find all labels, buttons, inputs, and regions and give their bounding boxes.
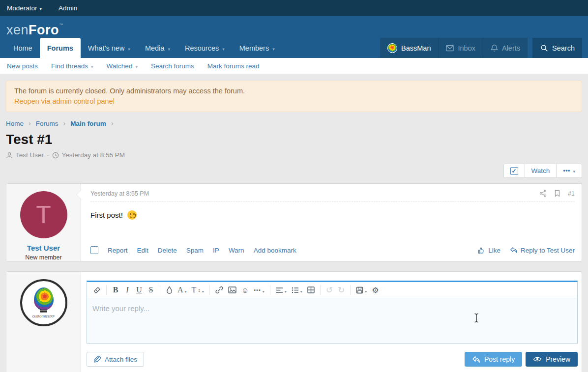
avatar[interactable]: T (20, 191, 67, 238)
italic-button[interactable]: I (121, 284, 133, 296)
redo-icon: ↻ (338, 285, 345, 295)
subnav-new-posts[interactable]: New posts (7, 62, 38, 70)
watch-button[interactable]: Watch (525, 164, 557, 178)
chevron-down-icon (222, 44, 225, 52)
list-button[interactable] (289, 284, 305, 296)
insert-link-button[interactable] (213, 284, 226, 296)
tab-resources[interactable]: Resources (177, 38, 232, 58)
breadcrumb-forums[interactable]: Forums (36, 120, 59, 127)
italic-icon: I (126, 286, 128, 294)
insert-table-button[interactable] (305, 284, 317, 296)
font-size-icon: T (192, 286, 197, 294)
main-navigation: Home Forums What's new Media Resources M… (0, 38, 588, 58)
bold-icon: B (113, 286, 118, 294)
share-icon[interactable] (539, 190, 547, 197)
remove-formatting-button[interactable] (90, 284, 103, 296)
bold-button[interactable]: B (110, 284, 121, 296)
tab-home[interactable]: Home (6, 38, 40, 58)
tab-media[interactable]: Media (138, 38, 177, 58)
admin-link[interactable]: Admin (59, 4, 77, 12)
floppy-save-icon (356, 286, 363, 294)
text-color-button[interactable] (163, 284, 175, 296)
report-link[interactable]: Report (108, 247, 128, 254)
like-button[interactable]: Like (478, 247, 500, 254)
tab-members[interactable]: Members (232, 38, 282, 58)
post-reply-button[interactable]: Post reply (465, 352, 522, 367)
like-label: Like (488, 247, 500, 254)
underline-icon: U (136, 286, 142, 294)
edit-link[interactable]: Edit (137, 247, 148, 254)
avatar[interactable]: customizeXF (20, 279, 67, 326)
table-icon (307, 286, 315, 293)
text-cursor (473, 313, 479, 323)
subnav-watched[interactable]: Watched (107, 62, 138, 70)
xenforo-logo[interactable]: xenForo (6, 23, 63, 38)
select-posts-button[interactable] (503, 164, 525, 178)
thread-tools: Watch ••• (6, 164, 582, 178)
alerts-label: Alerts (502, 44, 520, 52)
tab-forums[interactable]: Forums (40, 38, 81, 58)
thread-date-link[interactable]: Yesterday at 8:55 PM (62, 151, 125, 159)
subnav-search-forums[interactable]: Search forums (151, 62, 194, 70)
insert-image-button[interactable] (226, 284, 239, 296)
chevron-down-icon (285, 286, 287, 294)
delete-link[interactable]: Delete (158, 247, 177, 254)
undo-button[interactable]: ↺ (323, 284, 335, 296)
reopen-admin-link[interactable]: Reopen via admin control panel (14, 96, 115, 107)
redo-button[interactable]: ↻ (335, 284, 347, 296)
add-bookmark-link[interactable]: Add bookmark (254, 247, 296, 254)
tab-whats-new[interactable]: What's new (81, 38, 138, 58)
reply-avatar-label: customizeXF (32, 314, 55, 318)
post-number-link[interactable]: #1 (568, 190, 575, 197)
strikethrough-button[interactable]: S (145, 284, 157, 296)
bookmark-icon[interactable] (554, 190, 560, 197)
post-item: T Test User New member Yesterday at 8:55… (6, 183, 582, 261)
preview-button[interactable]: Preview (526, 352, 578, 367)
account-menu[interactable]: BassMan (380, 38, 438, 58)
post-text: First post! (90, 211, 123, 219)
more-options-button[interactable]: ••• (557, 164, 582, 178)
reply-placeholder: Write your reply... (92, 304, 149, 313)
alerts-button[interactable]: Alerts (483, 38, 528, 58)
attach-files-button[interactable]: Attach files (87, 352, 144, 367)
spam-link[interactable]: Spam (186, 247, 204, 254)
sub-navigation: New posts Find threads Watched Search fo… (0, 58, 588, 74)
ip-link[interactable]: IP (213, 247, 219, 254)
reply-author-column: customizeXF (6, 272, 81, 372)
underline-button[interactable]: U (133, 284, 145, 296)
tab-forums-label: Forums (47, 44, 73, 52)
post-body: First post! (90, 202, 575, 242)
post-author-title: New member (25, 254, 61, 261)
more-formatting-button[interactable]: ••• (251, 284, 267, 296)
post-author-name[interactable]: Test User (27, 244, 60, 252)
inbox-button[interactable]: Inbox (438, 38, 482, 58)
reply-arrow-icon (472, 356, 480, 363)
reply-editor[interactable]: Write your reply... (87, 298, 577, 343)
editor-toolbar: B I U S A T ↕ (87, 282, 577, 298)
breadcrumb-separator-icon: › (111, 119, 114, 127)
insert-emoji-button[interactable]: ☺ (239, 284, 251, 296)
post-date-link[interactable]: Yesterday at 8:55 PM (90, 190, 149, 197)
font-size-button[interactable]: T ↕ (189, 284, 206, 296)
breadcrumb-home[interactable]: Home (6, 120, 24, 127)
watch-button-label: Watch (531, 167, 550, 174)
font-family-button[interactable]: A (175, 284, 189, 296)
search-button[interactable]: Search (532, 38, 582, 58)
subnav-mark-forums-read[interactable]: Mark forums read (207, 62, 260, 70)
reply-link[interactable]: Reply to Test User (510, 247, 575, 254)
subnav-find-threads[interactable]: Find threads (51, 62, 93, 70)
thread-author-link[interactable]: Test User (16, 151, 44, 159)
select-post-checkbox[interactable] (90, 246, 98, 254)
drafts-button[interactable] (353, 284, 369, 296)
text-align-button[interactable] (273, 284, 289, 296)
account-username: BassMan (401, 44, 431, 52)
editor-settings-button[interactable]: ⚙ (369, 284, 381, 296)
tab-resources-label: Resources (185, 44, 219, 52)
moderator-menu[interactable]: Moderator (7, 4, 42, 12)
tab-home-label: Home (13, 44, 32, 52)
more-dots-icon: ••• (563, 167, 570, 174)
notice-message: The forum is currently closed. Only admi… (14, 86, 574, 96)
warn-link[interactable]: Warn (229, 247, 244, 254)
undo-icon: ↺ (326, 285, 333, 295)
breadcrumb-main-forum[interactable]: Main forum (70, 120, 106, 127)
